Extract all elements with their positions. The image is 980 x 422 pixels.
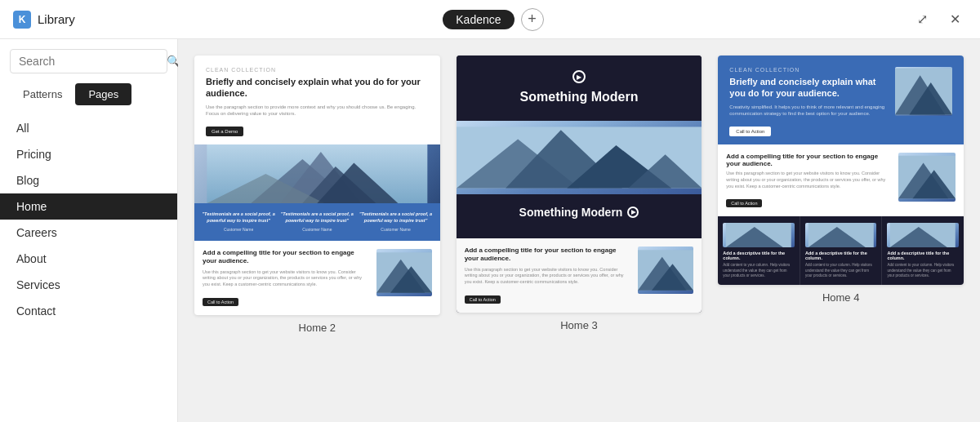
tab-pages[interactable]: Pages [75,83,131,105]
card-home4-eyebrow: CLEAN COLLECTION [729,67,887,73]
content-area: CLEAN COLLECTION Briefly and concisely e… [178,39,980,422]
testimonial-1: "Testimonials are a social proof, a powe… [201,211,276,232]
library-logo: K [13,11,31,29]
card-home2-heading: Briefly and concisely explain what you d… [206,76,429,100]
card-home3-hero: ▶ Something Modern [457,56,702,121]
card-wrap-home3: ▶ Something Modern [457,56,702,331]
card-home3-section3-image [638,247,693,294]
mountain-small-svg [376,249,432,296]
card-home4-feature-3-body: Add content to your column. Help visitor… [887,263,959,278]
card-home2-section2-text: Add a compelling title for your section … [203,249,370,307]
card-home4-feature-2: Add a descriptive title for the column. … [800,216,883,285]
card-home4-feature-1: Add a descriptive title for the column. … [718,216,800,285]
card-home4-feature-3-title: Add a descriptive title for the column. [887,251,959,260]
card-home4-hero-image [895,67,952,116]
testimonial-2-author: Customer Name [279,227,354,233]
card-home2-hero-image [194,144,440,203]
card-home4-features: Add a descriptive title for the column. … [718,216,964,285]
card-home4-label: Home 4 [822,291,860,304]
card-home3-section3-cta: Call to Action [465,295,501,304]
nav-item-all[interactable]: All [0,115,177,141]
library-title: Library [38,12,75,26]
card-home3-hero-image [457,121,702,194]
card-home4-feature-1-body: Add content to your column. Help visitor… [723,263,795,278]
card-home4-hero: CLEAN COLLECTION Briefly and concisely e… [718,56,964,144]
card-home4-hero-layout: CLEAN COLLECTION Briefly and concisely e… [729,67,952,136]
card-home3-heading2: Something Modern ▶ [470,206,689,219]
header-center: Kadence + [443,8,543,31]
mountain-svg [194,144,440,203]
card-home4-cta: Call to Action [729,127,771,136]
card-home2-section1: CLEAN COLLECTION Briefly and concisely e… [194,56,440,144]
close-button[interactable]: ✕ [944,8,967,31]
mountain-f3-svg [887,223,959,247]
card-home2-section2-cta: Call to Action [203,298,238,306]
card-home4-feature-2-title: Add a descriptive title for the column. [805,251,877,260]
nav-item-services[interactable]: Services [0,272,177,298]
nav-item-blog[interactable]: Blog [0,167,177,193]
cards-grid: CLEAN COLLECTION Briefly and concisely e… [194,56,964,334]
mountain-f2-svg [805,223,877,247]
card-home4-section2-body: Use this paragraph section to get your w… [726,171,892,189]
mountain-f1-svg [723,223,795,247]
card-home4-feature-3: Add a descriptive title for the column. … [882,216,964,285]
nav-item-home[interactable]: Home [0,193,177,220]
add-button[interactable]: + [521,8,544,31]
card-home4-heading: Briefly and concisely explain what you d… [729,76,887,100]
nav-item-pricing[interactable]: Pricing [0,141,177,167]
testimonial-2-text: "Testimonials are a social proof, a powe… [279,211,354,224]
play-circle-icon: ▶ [572,70,586,83]
card-home2-section2-heading: Add a compelling title for your section … [203,249,370,266]
card-home3-section3: Add a compelling title for your section … [457,238,702,313]
card-home2[interactable]: CLEAN COLLECTION Briefly and concisely e… [194,56,440,315]
play-circle-icon2: ▶ [627,207,639,218]
tab-patterns[interactable]: Patterns [10,83,75,105]
card-home4-feature-2-body: Add content to your column. Help visitor… [805,263,877,278]
header: K Library Kadence + ⤢ ✕ [0,0,980,39]
card-home2-section2-body: Use this paragraph section to get your w… [203,269,370,288]
card-home4-section2: Add a compelling title for your section … [718,144,964,216]
tab-group: Patterns Pages [10,83,167,105]
testimonial-3: "Testimonials are a social proof, a powe… [358,211,433,232]
search-bar[interactable]: 🔍 [10,49,167,73]
card-home3-section3-heading: Add a compelling title for your section … [465,247,632,264]
nav-item-contact[interactable]: Contact [0,298,177,324]
card-wrap-home2: CLEAN COLLECTION Briefly and concisely e… [194,56,440,334]
card-home3[interactable]: ▶ Something Modern [457,56,702,313]
card-home4-feature-2-image [805,223,877,247]
card-home3-heading: Something Modern [468,90,691,104]
card-home2-testimonials: "Testimonials are a social proof, a powe… [194,203,440,240]
nav-item-careers[interactable]: Careers [0,220,177,246]
expand-button[interactable]: ⤢ [911,8,934,31]
card-home4[interactable]: CLEAN COLLECTION Briefly and concisely e… [718,56,964,285]
mountain-hero-svg [457,121,702,194]
testimonial-1-text: "Testimonials are a social proof, a powe… [201,211,276,224]
card-home3-section3-body: Use this paragraph section to get your w… [465,267,632,286]
card-home2-eyebrow: CLEAN COLLECTION [206,67,429,73]
card-home4-body: Creativity simplified. It helps you to t… [729,104,887,118]
header-right: ⤢ ✕ [911,8,967,31]
card-home4-feature-3-image [887,223,959,247]
card-home2-cta: Get a Demo [206,127,243,136]
card-home3-section2: Something Modern ▶ [457,194,702,238]
expand-icon: ⤢ [917,11,928,27]
header-left: K Library [13,11,75,29]
mountain-hero4-svg [895,67,952,116]
card-home4-section2-heading: Add a compelling title for your section … [726,153,892,167]
mountain-small-svg2 [638,247,693,294]
card-home4-feature-1-image [723,223,795,247]
card-wrap-home4: CLEAN COLLECTION Briefly and concisely e… [718,56,964,304]
card-home4-hero-text: CLEAN COLLECTION Briefly and concisely e… [729,67,887,136]
kadence-badge[interactable]: Kadence [443,10,514,29]
main-layout: 🔍 Patterns Pages All Pricing Blog Home C… [0,39,980,422]
card-home2-section2: Add a compelling title for your section … [194,241,440,315]
card-home2-label: Home 2 [299,322,336,334]
card-home4-section2-image [898,153,956,202]
nav-item-about[interactable]: About [0,246,177,272]
card-home2-body: Use the paragraph section to provide mor… [206,104,429,118]
testimonial-3-text: "Testimonials are a social proof, a powe… [358,211,433,224]
testimonial-2: "Testimonials are a social proof, a powe… [279,211,354,232]
sidebar: 🔍 Patterns Pages All Pricing Blog Home C… [0,39,178,422]
card-home4-section2-text: Add a compelling title for your section … [726,153,892,208]
search-input[interactable] [19,55,162,68]
